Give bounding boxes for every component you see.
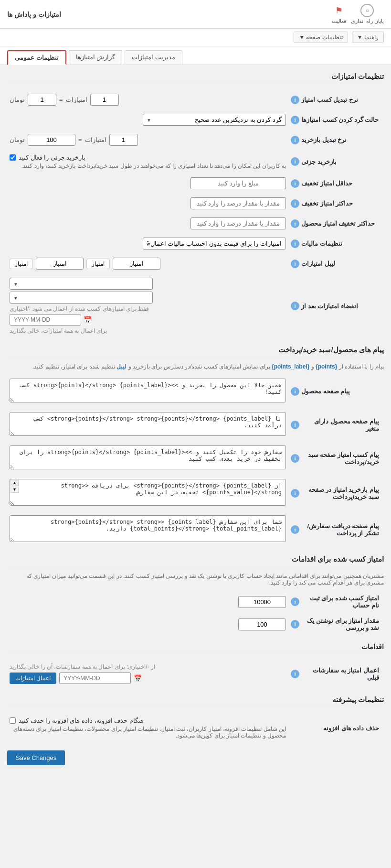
product-page-msg-row: پیام صفحه محصول i همین حالا این محصول را… — [7, 375, 384, 408]
expiry-info-icon[interactable]: i — [291, 302, 299, 310]
review-label: مقدار امتیاز برای نوشتن یک نقد و بررسی i — [288, 613, 384, 636]
cart-checkout-msg-textarea[interactable]: سفارش خود را تکمیل کنید و >><strong>{poi… — [10, 445, 286, 469]
main-content: تنظیمات امتیازات نرخ تبدیل کسب امتیاز i … — [0, 65, 391, 772]
earn-rate-input-cell: امتیازات = تومان — [7, 90, 288, 110]
redeem-checkout-msg-textarea[interactable]: از {points_label} <strong>{points}</stro… — [10, 479, 286, 506]
max-product-discount-info-icon[interactable]: i — [291, 219, 299, 228]
guide-btn[interactable]: راهنما ▼ — [352, 32, 384, 43]
delete-data-row: حذف داده های افزونه هنگام حذف افزونه، دا… — [7, 713, 384, 743]
expiry-select-1[interactable] — [10, 278, 153, 290]
redeem-points-input[interactable] — [109, 134, 138, 146]
delete-data-label: حذف داده های افزونه — [288, 713, 384, 743]
product-page-msg-input-cell: همین حالا این محصول را بخرید و >><strong… — [7, 375, 288, 408]
partial-redeem-checkbox[interactable] — [10, 154, 16, 161]
product-page-msg-textarea[interactable]: همین حالا این محصول را بخرید و >><strong… — [10, 379, 286, 402]
actions-table: امتیاز کسب شده برای ثبت نام حساب i مقدار… — [7, 591, 384, 636]
registration-label: امتیاز کسب شده برای ثبت نام حساب i — [288, 591, 384, 613]
partial-redeem-description: به کاربران این امکان را می‌دهد تا تعداد … — [10, 163, 286, 169]
min-discount-input-cell — [7, 174, 288, 194]
tab-reports[interactable]: گزارش امتیازها — [69, 50, 123, 65]
bulk-apply-info-icon[interactable]: i — [291, 670, 299, 678]
bulk-actions-table: اعمال امتیاز به سفارشات قبلی i از -/اختی… — [7, 660, 384, 688]
points-label-plural-input[interactable] — [113, 258, 160, 270]
review-row: مقدار امتیاز برای نوشتن یک نقد و بررسی i — [7, 613, 384, 636]
earn-rate-info-icon[interactable]: i — [291, 96, 299, 104]
earn-rate-label: نرخ تبدیل کسب امتیاز i — [288, 90, 384, 110]
registration-row: امتیاز کسب شده برای ثبت نام حساب i — [7, 591, 384, 613]
review-info-icon[interactable]: i — [291, 620, 299, 629]
tax-settings-select[interactable]: امتیازات را برای قیمت بدون احتساب مالیات… — [143, 238, 286, 250]
registration-info-icon[interactable]: i — [291, 597, 299, 606]
expiry-date-input[interactable] — [10, 314, 81, 326]
cart-checkout-msg-info-icon[interactable]: i — [291, 454, 299, 463]
setup-wizard-label: پایان راه اندازی — [351, 18, 384, 24]
rounding-row: حالت گرد کردن کسب امتیازها i گرد کردن به… — [7, 110, 384, 130]
tab-manage-points[interactable]: مدیریت امتیازات — [125, 50, 182, 65]
variable-product-msg-label: پیام صفحه محصول دارای متغیر i — [288, 408, 384, 442]
min-discount-label: حداقل امتیاز تخفیف i — [288, 174, 384, 194]
label-link[interactable]: لیبل — [116, 363, 127, 370]
partial-redeem-input-cell: بازخرید جزئی را فعال کنید به کاربران این… — [7, 150, 288, 174]
product-page-msg-info-icon[interactable]: i — [291, 387, 299, 396]
earn-rate-points-input[interactable] — [90, 94, 119, 106]
activity-btn[interactable]: ⚑ فعالیت — [332, 4, 346, 24]
save-changes-button[interactable]: Save Changes — [7, 750, 65, 765]
review-points-input[interactable] — [238, 618, 286, 630]
points-settings-table: نرخ تبدیل کسب امتیاز i امتیازات = تومان — [7, 90, 384, 338]
earn-rate-row: نرخ تبدیل کسب امتیاز i امتیازات = تومان — [7, 90, 384, 110]
min-discount-info-icon[interactable]: i — [291, 179, 299, 188]
expiry-label: انقضاء امتیازات بعد از i — [288, 274, 384, 338]
delete-data-checkbox-label: هنگام حذف افزونه، داده های افزونه را حذف… — [19, 717, 144, 724]
max-discount-input[interactable] — [190, 197, 286, 209]
tax-settings-row: تنظیمات مالیات i امتیازات را برای قیمت ب… — [7, 234, 384, 254]
textarea-scroll-down[interactable]: ▼ — [11, 487, 19, 493]
redeem-rate-info-icon[interactable]: i — [291, 136, 299, 144]
max-discount-input-cell — [7, 194, 288, 214]
points-label-singular-input[interactable] — [36, 258, 84, 270]
messages-table: پیام صفحه محصول i همین حالا این محصول را… — [7, 375, 384, 548]
cart-checkout-msg-label: پیام کسب امتیاز صفحه سبد خرید/پرداخت i — [288, 442, 384, 475]
product-page-msg-label: پیام صفحه محصول i — [288, 375, 384, 408]
setup-wizard-btn[interactable]: ○ پایان راه اندازی — [351, 4, 384, 24]
partial-redeem-info-icon[interactable]: i — [291, 157, 299, 166]
tab-bar: مدیریت امتیازات گزارش امتیازها تنظیمات ع… — [0, 46, 391, 65]
bulk-date-input[interactable] — [59, 673, 131, 684]
earn-rate-amount-input[interactable] — [28, 94, 56, 106]
points-label-section-label: لیبل امتیازات i — [288, 254, 384, 274]
redeem-checkout-msg-input-cell: از {points_label} <strong>{points}</stro… — [7, 475, 288, 511]
rounding-select[interactable]: گرد کردن به نزدیکترین عدد صحیح — [143, 114, 286, 126]
calendar-icon[interactable]: 📅 — [84, 316, 92, 324]
thank-you-msg-textarea[interactable]: شما برای این سفارش {points_label} <stron… — [10, 515, 286, 542]
thank-you-msg-info-icon[interactable]: i — [291, 525, 299, 534]
bulk-calendar-icon[interactable]: 📅 — [134, 674, 142, 682]
variable-product-msg-info-icon[interactable]: i — [291, 421, 299, 429]
points-label-btn-1[interactable]: امتیاز — [86, 259, 110, 269]
max-discount-info-icon[interactable]: i — [291, 199, 299, 208]
partial-redeem-row: بازخرید جزئی i بازخرید جزئی را فعال کنید… — [7, 150, 384, 174]
tab-general-settings[interactable]: تنظیمات عمومی — [7, 50, 66, 65]
tax-settings-info-icon[interactable]: i — [291, 239, 299, 248]
min-discount-input[interactable] — [190, 177, 286, 189]
expiry-select-2[interactable] — [10, 292, 153, 304]
actions-description: مشتریان همچنین می‌توانند برای اقداماتی م… — [7, 573, 384, 586]
points-label-btn-2[interactable]: امتیاز — [10, 259, 33, 269]
apply-points-btn[interactable]: اعمال امتیازات — [10, 673, 56, 684]
max-product-discount-row: حداکثر تخفیف امتیاز محصول i — [7, 214, 384, 234]
registration-points-input[interactable] — [238, 596, 286, 608]
variable-product-msg-textarea[interactable]: تا {points_label} <strong>{points}</stro… — [10, 412, 286, 436]
nav-bar: راهنما ▼ تنظیمات صفحه ▼ — [0, 29, 391, 46]
redeem-checkout-msg-info-icon[interactable]: i — [291, 489, 299, 498]
redeem-amount-input[interactable] — [28, 134, 75, 146]
max-product-discount-input[interactable] — [190, 217, 286, 229]
expiry-row: انقضاء امتیازات بعد از i — [7, 274, 384, 338]
textarea-scroll-up[interactable]: ▲ — [11, 480, 19, 486]
page-settings-btn[interactable]: تنظیمات صفحه ▼ — [294, 32, 348, 43]
review-input-cell — [7, 613, 288, 636]
points-label-row: لیبل امتیازات i امتیاز امتیاز — [7, 254, 384, 274]
expiry-note: فقط برای امتیازهای کسب شده از اعمال می ش… — [10, 305, 149, 312]
thank-you-msg-label: پیام صفحه دریافت سفارش/تشکر از پرداخت i — [288, 511, 384, 548]
points-label-info-icon[interactable]: i — [291, 260, 299, 268]
points-settings-title: تنظیمات امتیازات — [7, 72, 384, 84]
delete-data-checkbox[interactable] — [10, 717, 16, 724]
rounding-info-icon[interactable]: i — [291, 116, 299, 124]
